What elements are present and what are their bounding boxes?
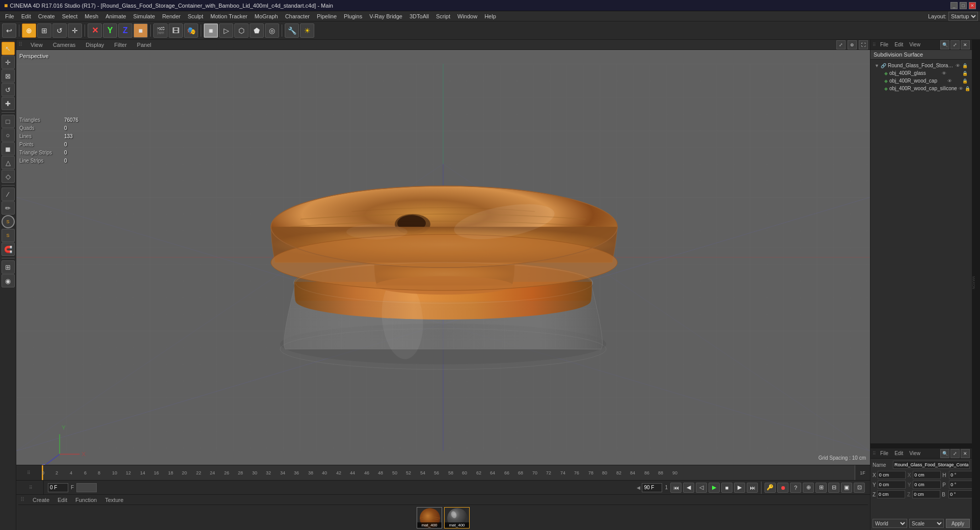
apply-button[interactable]: Apply bbox=[946, 519, 970, 528]
left-tool-move[interactable]: ✛ bbox=[2, 56, 15, 69]
tree-eye-silicone[interactable]: 👁 bbox=[959, 86, 963, 91]
mat-tab-function[interactable]: Function bbox=[73, 496, 99, 503]
polygon-select-button[interactable]: ▷ bbox=[219, 23, 233, 38]
subdivision-surface-header[interactable]: Subdivision Surface bbox=[870, 50, 972, 60]
menu-mesh[interactable]: Mesh bbox=[81, 13, 101, 20]
world-dropdown[interactable]: World bbox=[873, 519, 907, 528]
left-tool-grid[interactable]: ⊞ bbox=[2, 260, 15, 274]
tree-item-root[interactable]: ▼ 🔗 Round_Glass_Food_Storage_Conta... 👁 … bbox=[873, 62, 970, 69]
tree-eye-glass[interactable]: 👁 bbox=[942, 71, 946, 76]
tree-eye-wood[interactable]: 👁 bbox=[947, 78, 952, 84]
rotate-tool-button[interactable]: ↺ bbox=[52, 23, 67, 38]
tree-item-glass[interactable]: ◆ obj_400R_glass 👁 🔒 bbox=[873, 69, 970, 77]
menu-mograph[interactable]: MoGraph bbox=[252, 13, 281, 20]
menu-sculpt[interactable]: Sculpt bbox=[184, 13, 206, 20]
attr-tab-file[interactable]: File bbox=[878, 450, 890, 457]
motion-button[interactable]: ⊕ bbox=[803, 483, 814, 493]
anim-button[interactable]: ? bbox=[790, 483, 801, 493]
render3-button[interactable]: ⊡ bbox=[854, 483, 865, 493]
attr-tab-edit[interactable]: Edit bbox=[892, 450, 905, 457]
menu-select[interactable]: Select bbox=[59, 13, 81, 20]
scale-dropdown[interactable]: Scale bbox=[909, 519, 944, 528]
scale-tool-button[interactable]: ⊞ bbox=[37, 23, 51, 38]
left-tool-s-circle[interactable]: S bbox=[2, 215, 15, 228]
obj-tab-edit[interactable]: Edit bbox=[892, 41, 905, 48]
viewport-tab-cameras[interactable]: Cameras bbox=[49, 41, 80, 48]
coord-x-size[interactable] bbox=[913, 471, 941, 479]
title-bar-controls[interactable]: _ □ ✕ bbox=[950, 2, 976, 9]
prev-frame-button[interactable]: ◀ bbox=[683, 483, 694, 493]
menu-file[interactable]: File bbox=[2, 13, 17, 20]
timeline-track[interactable]: 0 2 4 6 8 10 12 14 16 18 20 22 24 26 28 … bbox=[42, 465, 870, 480]
tree-lock-wood[interactable]: 🔒 bbox=[962, 78, 968, 84]
menu-simulate[interactable]: Simulate bbox=[130, 13, 158, 20]
left-tool-cursor[interactable]: ↖ bbox=[2, 42, 15, 55]
left-tool-rotate[interactable]: ↺ bbox=[2, 83, 15, 96]
menu-help[interactable]: Help bbox=[481, 13, 499, 20]
obj-tab-file[interactable]: File bbox=[878, 41, 890, 48]
tree-lock-glass[interactable]: 🔒 bbox=[962, 71, 968, 76]
object-select-button[interactable]: ■ bbox=[204, 23, 218, 38]
viewport-tab-filter[interactable]: Filter bbox=[110, 41, 130, 48]
mat-tab-edit[interactable]: Edit bbox=[56, 496, 69, 503]
viewport-ortho-icon[interactable]: ⊕ bbox=[848, 40, 857, 49]
goto-end-button[interactable]: ⏭ bbox=[747, 483, 758, 493]
obj-search-icon[interactable]: 🔍 bbox=[940, 40, 949, 49]
coord-x-pos[interactable] bbox=[878, 471, 906, 479]
left-tool-brush[interactable]: ◉ bbox=[2, 274, 15, 287]
play-button[interactable]: ▶ bbox=[709, 483, 720, 493]
left-tool-sphere[interactable]: ○ bbox=[2, 128, 15, 142]
render-frame-button[interactable]: 🎬 bbox=[153, 23, 168, 38]
left-tool-5[interactable]: △ bbox=[2, 156, 15, 169]
viewport-tab-view[interactable]: View bbox=[26, 41, 47, 48]
left-tool-paint[interactable]: ✏ bbox=[2, 201, 15, 215]
current-frame-input[interactable] bbox=[48, 483, 68, 492]
light-button[interactable]: ☀ bbox=[300, 23, 314, 38]
left-tool-6[interactable]: ◇ bbox=[2, 170, 15, 183]
menu-animate[interactable]: Animate bbox=[102, 13, 129, 20]
snap-button[interactable]: 🔧 bbox=[285, 23, 299, 38]
left-tool-magnet[interactable]: 🧲 bbox=[2, 243, 15, 256]
end-frame-input[interactable] bbox=[642, 483, 662, 492]
coord-y-size[interactable] bbox=[913, 481, 941, 489]
viewport-3d[interactable]: X Y Z bbox=[16, 50, 870, 465]
coord-y-pos[interactable] bbox=[878, 481, 906, 489]
render2-button[interactable]: ▣ bbox=[841, 483, 852, 493]
object-mode-z[interactable]: Z bbox=[118, 23, 132, 38]
menu-vray-bridge[interactable]: V-Ray Bridge bbox=[366, 13, 405, 20]
keyframe-button[interactable]: 🔑 bbox=[765, 483, 776, 493]
mat-tab-texture[interactable]: Texture bbox=[103, 496, 125, 503]
frame-marker-input[interactable] bbox=[76, 483, 97, 492]
tree-lock-silicone[interactable]: 🔒 bbox=[965, 86, 970, 91]
panel-divider[interactable] bbox=[870, 444, 972, 448]
menu-window[interactable]: Window bbox=[454, 13, 480, 20]
viewport-tab-display[interactable]: Display bbox=[81, 41, 108, 48]
layout-dropdown[interactable]: Startup bbox=[948, 12, 978, 21]
menu-create[interactable]: Create bbox=[35, 13, 58, 20]
object-mode-y[interactable]: Y bbox=[103, 23, 117, 38]
tree-lock-root[interactable]: 🔒 bbox=[962, 63, 968, 68]
obj-tab-view[interactable]: View bbox=[907, 41, 922, 48]
tree-item-silicone[interactable]: ◆ obj_400R_wood_cap_silicone 👁 🔒 bbox=[873, 85, 970, 92]
mat-tab-create[interactable]: Create bbox=[31, 496, 51, 503]
obj-expand-icon[interactable]: ⤢ bbox=[950, 40, 960, 49]
next-frame-button[interactable]: ▶ bbox=[734, 483, 745, 493]
undo-button[interactable]: ↩ bbox=[2, 23, 16, 38]
name-input[interactable] bbox=[893, 461, 970, 469]
minimize-button[interactable]: _ bbox=[950, 2, 958, 9]
menu-pipeline[interactable]: Pipeline bbox=[314, 13, 340, 20]
viewport-expand-icon[interactable]: ⤢ bbox=[836, 40, 846, 49]
attr-close-icon[interactable]: ✕ bbox=[961, 449, 970, 458]
layer-button[interactable]: ⊞ bbox=[815, 483, 827, 493]
material-thumb-wood[interactable]: mat_400 bbox=[417, 507, 442, 528]
prev-play-button[interactable]: ◁ bbox=[696, 483, 707, 493]
object-mode-x[interactable]: ✕ bbox=[88, 23, 102, 38]
timeline-ruler[interactable]: ⠿ 0 2 4 6 8 10 12 bbox=[16, 465, 870, 480]
menu-3dtoall[interactable]: 3DToAll bbox=[406, 13, 432, 20]
menu-plugins[interactable]: Plugins bbox=[341, 13, 365, 20]
attr-expand-icon[interactable]: ⤢ bbox=[950, 449, 960, 458]
attr-tab-view[interactable]: View bbox=[907, 450, 922, 457]
maximize-button[interactable]: □ bbox=[960, 2, 967, 9]
viewport-tab-panel[interactable]: Panel bbox=[133, 41, 155, 48]
world-coord-button[interactable]: ■ bbox=[133, 23, 148, 38]
